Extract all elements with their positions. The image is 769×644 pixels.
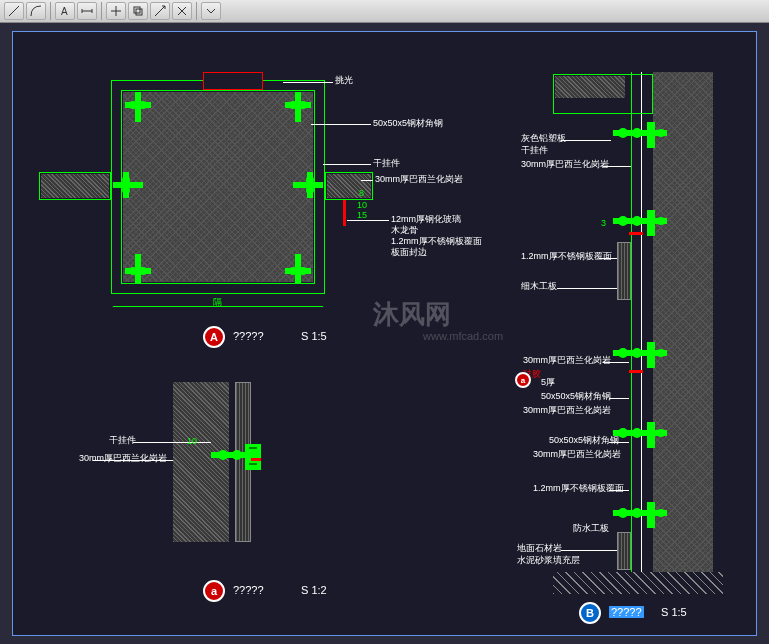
svg-point-50	[618, 428, 628, 438]
tool-move-icon[interactable]	[106, 2, 126, 20]
svg-rect-34	[647, 122, 655, 148]
title-A: ?????	[233, 330, 264, 342]
svg-point-33	[632, 128, 642, 138]
bracket-A-br	[285, 254, 311, 284]
svg-rect-40	[647, 210, 655, 236]
panel-B2	[617, 532, 631, 570]
label-l10: 干挂件	[521, 144, 548, 157]
dim-d5: 10	[187, 436, 197, 446]
svg-point-44	[618, 348, 628, 358]
svg-rect-58	[647, 502, 655, 528]
svg-point-60	[657, 509, 665, 517]
panel-B1	[617, 242, 631, 300]
label-l11: 30mm厚巴西兰化岗岩	[521, 158, 609, 171]
label-l19: 50x50x5钢材角钢	[549, 434, 619, 447]
svg-point-42	[657, 217, 665, 225]
scale-B: S 1:5	[661, 606, 687, 618]
svg-rect-22	[113, 182, 143, 188]
dim-d2: 10	[357, 200, 367, 210]
label-l25: 干挂件	[109, 434, 136, 447]
label-l17: 50x50x5钢材角钢	[541, 390, 611, 403]
red-frame-A	[203, 72, 263, 90]
svg-point-54	[657, 429, 665, 437]
label-l21: 1.2mm厚不锈钢板覆面	[533, 482, 624, 495]
label-l4: 30mm厚巴西兰化岗岩	[375, 173, 463, 186]
bracket-A-tr	[285, 92, 311, 122]
svg-rect-1	[134, 7, 140, 13]
tool-arc-icon[interactable]	[26, 2, 46, 20]
ground-B	[553, 572, 723, 594]
title-B[interactable]: ?????	[609, 606, 644, 618]
svg-point-32	[618, 128, 628, 138]
svg-point-28	[218, 450, 228, 460]
leader-l3	[323, 164, 371, 165]
leader-l11	[603, 166, 631, 167]
bracket-B3	[613, 342, 667, 368]
leader-l12	[599, 258, 617, 259]
toolbar-separator	[50, 2, 51, 20]
toolbar-separator	[101, 2, 102, 20]
joint-B1	[629, 232, 643, 235]
canvas-wrap: 挑光 50x50x5钢材角钢 干挂件 30mm厚巴西兰化岗岩 12mm厚钢化玻璃…	[0, 23, 769, 644]
svg-point-38	[618, 216, 628, 226]
leader-l9	[561, 140, 611, 141]
tool-copy-icon[interactable]	[128, 2, 148, 20]
leader-l4	[361, 180, 373, 181]
svg-point-29	[232, 450, 242, 460]
svg-rect-52	[647, 422, 655, 448]
svg-text:A: A	[61, 6, 68, 17]
leader-l25	[133, 442, 211, 443]
leader-l5	[347, 220, 389, 221]
joint-B2	[629, 370, 643, 373]
title-a: ?????	[233, 584, 264, 596]
leader-l19	[609, 442, 629, 443]
dim-d3: 15	[357, 210, 367, 220]
label-l2: 50x50x5钢材角钢	[373, 117, 443, 130]
dim-d1: 8	[359, 188, 364, 198]
watermark-sub: www.mfcad.com	[423, 330, 503, 342]
label-l27: 3	[601, 218, 606, 228]
leader-l13	[557, 288, 617, 289]
leader-l17	[609, 398, 629, 399]
label-l24: 防水工板	[573, 522, 609, 535]
wall-left-outline	[39, 172, 111, 200]
ceiling-fill	[555, 76, 625, 98]
dim-d4: 隔	[213, 296, 222, 309]
bracket-B4	[613, 422, 667, 448]
leader-l1	[283, 82, 333, 83]
svg-point-45	[632, 348, 642, 358]
bubble-a: a	[203, 580, 225, 602]
drawing-canvas[interactable]: 挑光 50x50x5钢材角钢 干挂件 30mm厚巴西兰化岗岩 12mm厚钢化玻璃…	[12, 31, 757, 636]
tool-draw-icon[interactable]	[4, 2, 24, 20]
tool-dim-icon[interactable]	[77, 2, 97, 20]
toolbar: A	[0, 0, 769, 23]
leader-l2	[311, 124, 371, 125]
tool-text-icon[interactable]: A	[55, 2, 75, 20]
scale-a: S 1:2	[301, 584, 327, 596]
svg-point-39	[632, 216, 642, 226]
tool-trim-icon[interactable]	[172, 2, 192, 20]
label-l16: 5厚	[541, 376, 555, 389]
svg-point-56	[618, 508, 628, 518]
tool-scale-icon[interactable]	[150, 2, 170, 20]
bracket-A-tl	[125, 92, 151, 122]
label-l14: 30mm厚巴西兰化岗岩	[523, 354, 611, 367]
leader-l21	[609, 490, 629, 491]
label-l20: 30mm厚巴西兰化岗岩	[533, 448, 621, 461]
svg-point-36	[657, 129, 665, 137]
bubble-B: B	[579, 602, 601, 624]
svg-rect-18	[295, 254, 301, 284]
bracket-B5	[613, 502, 667, 528]
svg-rect-26	[293, 182, 323, 188]
bracket-A-mr	[293, 172, 323, 198]
label-l3: 干挂件	[373, 157, 400, 170]
svg-rect-6	[135, 92, 141, 122]
joint-a	[251, 458, 261, 461]
leader-l14	[603, 362, 629, 363]
bracket-A-bl	[125, 254, 151, 284]
tool-dropdown-icon[interactable]	[201, 2, 221, 20]
scale-A: S 1:5	[301, 330, 327, 342]
label-l23: 水泥砂浆填充层	[517, 554, 580, 567]
label-l12: 1.2mm厚不锈钢板覆面	[521, 250, 612, 263]
label-l13: 细木工板	[521, 280, 557, 293]
